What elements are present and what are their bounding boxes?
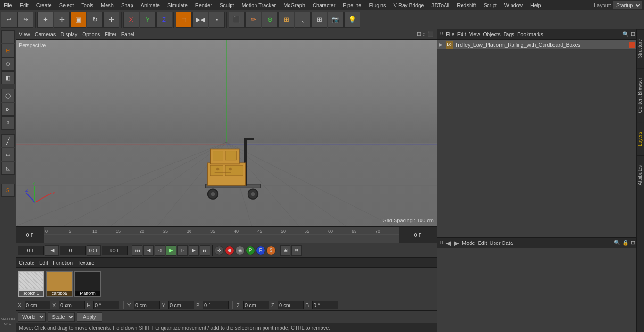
menu-3dtoall[interactable]: 3DToAll	[428, 1, 453, 9]
vp-menu-cameras[interactable]: Cameras	[35, 32, 56, 37]
menu-file[interactable]: File	[0, 1, 16, 9]
tab-attributes[interactable]: Attributes	[637, 155, 644, 194]
mode-edges[interactable]: ⊟	[1, 44, 15, 57]
menu-sculpt[interactable]: Sculpt	[216, 1, 238, 9]
layout-dropdown[interactable]: Startup	[613, 1, 642, 9]
menu-mesh[interactable]: Mesh	[97, 1, 117, 9]
mat-menu-edit[interactable]: Edit	[39, 260, 48, 266]
menu-render[interactable]: Render	[191, 1, 216, 9]
go-first-btn[interactable]: ⏮	[132, 245, 142, 256]
attrs-menu-userdata[interactable]: User Data	[490, 240, 513, 246]
menu-tools[interactable]: Tools	[77, 1, 97, 9]
attrs-next-icon[interactable]: ▶	[454, 239, 459, 247]
menu-pipeline[interactable]: Pipeline	[339, 1, 365, 9]
h-rot-field[interactable]	[93, 301, 119, 309]
prev-key-btn[interactable]: ◁|	[155, 245, 165, 256]
mat-menu-create[interactable]: Create	[19, 260, 34, 266]
menu-edit[interactable]: Edit	[16, 1, 33, 9]
menu-help[interactable]: Help	[527, 1, 545, 9]
rot-key-btn[interactable]: R	[256, 246, 265, 255]
menu-vray[interactable]: V-Ray Bridge	[390, 1, 428, 9]
attrs-menu-mode[interactable]: Mode	[462, 240, 475, 246]
redo-button[interactable]: ↪	[17, 12, 33, 28]
start-frame-field[interactable]	[18, 246, 44, 255]
menu-mograph[interactable]: MoGraph	[280, 1, 309, 9]
scale-button[interactable]: ▣	[70, 12, 86, 28]
material-platform[interactable]: Platform	[74, 271, 101, 297]
object-mode-button[interactable]: ◻	[176, 12, 192, 28]
bridge-tool[interactable]: ⌑	[1, 116, 15, 130]
tab-structure[interactable]: Structure	[637, 29, 644, 68]
menu-character[interactable]: Character	[309, 1, 339, 9]
vp-menu-display[interactable]: Display	[60, 32, 77, 37]
right-menu-objects[interactable]: Objects	[483, 32, 500, 37]
grid-btn[interactable]: ⊞	[280, 245, 290, 256]
x-size-field[interactable]	[59, 301, 85, 309]
vp-menu-options[interactable]: Options	[82, 32, 100, 37]
x-pos-field[interactable]	[25, 301, 50, 309]
max-frame-field[interactable]	[102, 246, 128, 255]
rotate-button[interactable]: ↻	[87, 12, 103, 28]
layout-selector[interactable]: Layout: Startup	[594, 1, 642, 9]
attrs-search-icon[interactable]: 🔍	[614, 240, 620, 246]
step-back-btn[interactable]: |◀	[45, 245, 59, 256]
b-rot-field[interactable]	[312, 301, 338, 309]
right-filter-icon[interactable]: ⊞	[631, 31, 635, 37]
vp-menu-filter[interactable]: Filter	[105, 32, 116, 37]
menu-snap[interactable]: Snap	[117, 1, 137, 9]
null-button[interactable]: ⊕	[262, 12, 278, 28]
menu-redshift[interactable]: Redshift	[453, 1, 479, 9]
cube-button[interactable]: ⬛	[229, 12, 245, 28]
grid-button[interactable]: ⊞	[311, 12, 327, 28]
right-menu-bookmarks[interactable]: Bookmarks	[517, 32, 543, 37]
render-region-button[interactable]: ▪	[209, 12, 225, 28]
attrs-filter-icon[interactable]: ⊞	[631, 240, 635, 246]
scale-key-btn[interactable]: S	[266, 246, 276, 255]
menu-script[interactable]: Script	[480, 1, 501, 9]
menu-simulate[interactable]: Simulate	[164, 1, 191, 9]
menu-window[interactable]: Window	[501, 1, 527, 9]
z-size-field[interactable]	[278, 301, 304, 309]
vp-icon-3[interactable]: ⬛	[427, 31, 434, 37]
play-btn[interactable]: ▶	[166, 245, 176, 256]
select-model-button[interactable]: ✦	[37, 12, 53, 28]
move-button[interactable]: ✛	[54, 12, 70, 28]
y-axis-button[interactable]: Y	[140, 12, 156, 28]
pen-button[interactable]: ✏	[245, 12, 261, 28]
x-axis-button[interactable]: X	[123, 12, 139, 28]
camera-button[interactable]: 📷	[328, 12, 344, 28]
transform-button[interactable]: ✢	[103, 12, 119, 28]
spline-button[interactable]: ◟	[295, 12, 311, 28]
viewport[interactable]: X Y Z Perspective Grid Spacing : 100 cm	[16, 40, 437, 226]
scale-dropdown[interactable]: Scale	[48, 312, 75, 322]
tab-layers[interactable]: Layers	[637, 122, 644, 155]
material-cardboard[interactable]: cardboa	[46, 271, 73, 297]
menu-select[interactable]: Select	[56, 1, 78, 9]
right-search-icon[interactable]: 🔍	[622, 31, 629, 37]
pos-key-btn[interactable]: P	[246, 246, 255, 255]
apply-button[interactable]: Apply	[77, 312, 102, 322]
vp-icon-2[interactable]: ↕	[423, 31, 426, 37]
attrs-menu-edit[interactable]: Edit	[478, 240, 487, 246]
right-menu-tags[interactable]: Tags	[504, 32, 514, 37]
mat-menu-function[interactable]: Function	[53, 260, 73, 266]
live-select[interactable]: ◯	[1, 89, 15, 102]
right-menu-view[interactable]: View	[469, 32, 480, 37]
mat-menu-texture[interactable]: Texture	[77, 260, 94, 266]
y-size-field[interactable]	[168, 301, 194, 309]
current-frame-field[interactable]	[60, 246, 86, 255]
mode-uv[interactable]: ◧	[1, 71, 15, 84]
vp-menu-view[interactable]: View	[19, 32, 30, 37]
light-button[interactable]: 💡	[344, 12, 360, 28]
menu-create[interactable]: Create	[33, 1, 56, 9]
timeline-track[interactable]: 0 5 10 15 20 25 30 35 40 45 50 55 60 65 …	[44, 227, 399, 243]
move-keyframe-btn[interactable]: ✛	[215, 246, 224, 255]
menu-motion-tracker[interactable]: Motion Tracker	[238, 1, 280, 9]
motion-btn[interactable]: ≋	[291, 245, 302, 256]
attrs-prev-icon[interactable]: ◀	[446, 239, 451, 247]
tab-content-browser[interactable]: Content Browser	[637, 68, 644, 122]
undo-button[interactable]: ↩	[1, 12, 17, 28]
anim-mode-button[interactable]: ▶◀	[192, 12, 208, 28]
mode-poly[interactable]: ⬡	[1, 57, 15, 71]
menu-animate[interactable]: Animate	[137, 1, 164, 9]
